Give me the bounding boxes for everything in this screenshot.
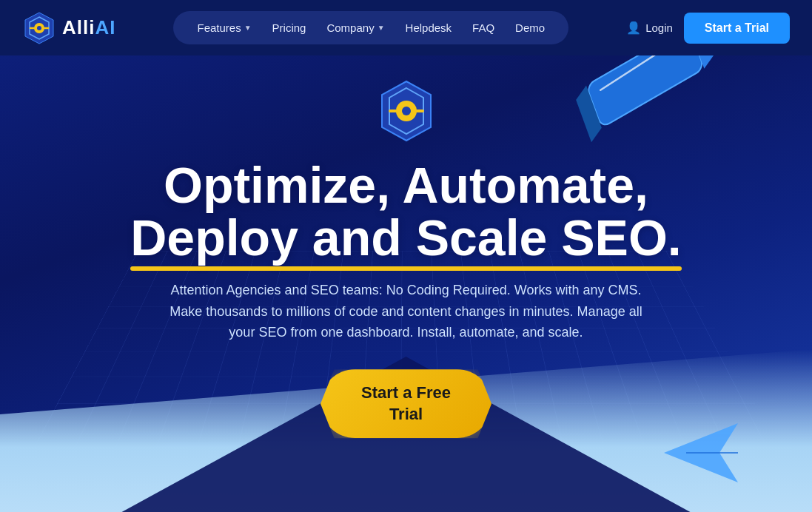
nav-right: 👤 Login Start a Trial [626,13,790,44]
nav-links: Features ▼ Pricing Company ▼ Helpdesk FA… [173,11,568,44]
nav-demo[interactable]: Demo [506,17,554,38]
navbar: Alli AI Features ▼ Pricing Company ▼ Hel… [0,0,812,55]
nav-faq[interactable]: FAQ [463,17,503,38]
login-button[interactable]: 👤 Login [626,21,673,35]
svg-point-17 [402,107,411,115]
hero-cta-button[interactable]: Start a Free Trial [321,369,491,438]
hero-headline-underline: Deploy and Scale SEO. [130,212,681,264]
logo-icon [22,11,56,45]
hero-headline: Optimize, Automate, Deploy and Scale SEO… [130,159,681,265]
start-trial-button[interactable]: Start a Trial [684,13,790,44]
logo-ai: AI [95,16,115,39]
nav-company[interactable]: Company ▼ [318,17,393,38]
nav-features[interactable]: Features ▼ [188,17,260,38]
hero-logo-icon [373,78,440,144]
chevron-down-icon: ▼ [378,24,385,32]
logo[interactable]: Alli AI [22,11,115,45]
logo-alli: Alli [62,16,95,39]
chevron-down-icon: ▼ [244,24,252,32]
user-icon: 👤 [626,21,641,35]
hero-subtext: Attention Agencies and SEO teams: No Cod… [162,280,651,343]
nav-pricing[interactable]: Pricing [264,17,315,38]
hero-content: Optimize, Automate, Deploy and Scale SEO… [0,55,812,438]
logo-text: Alli AI [62,16,115,39]
nav-helpdesk[interactable]: Helpdesk [397,17,461,38]
svg-point-3 [37,26,41,30]
hero-section: Optimize, Automate, Deploy and Scale SEO… [0,55,812,512]
